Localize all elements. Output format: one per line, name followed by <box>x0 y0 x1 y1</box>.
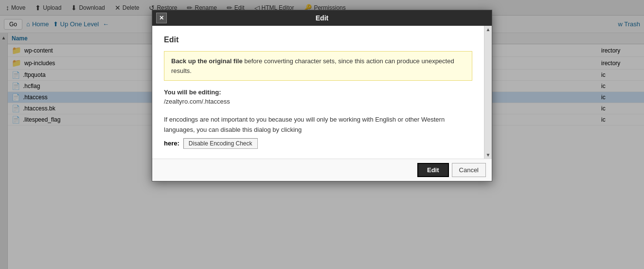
modal-scroll-down-arrow[interactable]: ▼ <box>486 152 491 158</box>
editing-label: You will be editing: <box>164 89 472 96</box>
here-label: here: <box>164 140 179 147</box>
disable-encoding-check-button[interactable]: Disable Encoding Check <box>183 138 258 149</box>
warning-bold-text: Back up the original file <box>171 57 243 65</box>
modal-scroll-up-arrow[interactable]: ▲ <box>486 27 491 32</box>
edit-modal: ✕ Edit Edit Back up the original file be… <box>152 10 492 181</box>
modal-title: Edit <box>316 14 328 22</box>
encoding-inline: here: Disable Encoding Check <box>164 138 472 149</box>
close-icon: ✕ <box>159 15 164 21</box>
modal-overlay: ✕ Edit Edit Back up the original file be… <box>0 0 644 269</box>
modal-heading: Edit <box>164 36 472 44</box>
modal-body: Edit Back up the original file before co… <box>152 26 484 159</box>
encoding-text: If encodings are not important to you be… <box>164 115 472 135</box>
modal-footer: Edit Cancel <box>152 159 492 181</box>
editing-path: /zealtyro.com/.htaccess <box>164 98 472 105</box>
encoding-description: If encodings are not important to you be… <box>164 116 445 133</box>
modal-scrollbar[interactable]: ▲ ▼ <box>484 26 492 159</box>
modal-body-wrapper: Edit Back up the original file before co… <box>152 26 492 159</box>
modal-titlebar: ✕ Edit <box>152 10 492 26</box>
modal-close-button[interactable]: ✕ <box>156 13 167 23</box>
warning-box: Back up the original file before convert… <box>164 51 472 81</box>
modal-edit-button[interactable]: Edit <box>417 163 449 177</box>
modal-cancel-button[interactable]: Cancel <box>452 163 486 177</box>
